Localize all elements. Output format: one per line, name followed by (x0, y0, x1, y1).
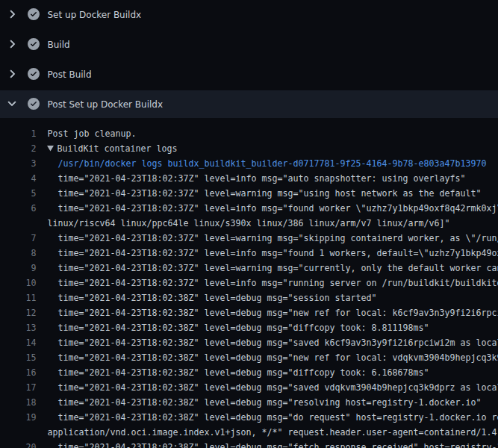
step-header-build[interactable]: Build (0, 30, 498, 60)
line-number[interactable]: 14 (0, 335, 37, 350)
steps-list: Set up Docker BuildxBuildPost BuildPost … (0, 0, 498, 119)
step-status (28, 68, 40, 80)
log-text: Post job cleanup. (48, 126, 137, 141)
log-text: time="2021-04-23T18:02:37Z" level=warnin… (48, 231, 498, 246)
log-text: time="2021-04-23T18:02:38Z" level=debug … (48, 365, 429, 380)
log-text: time="2021-04-23T18:02:37Z" level=info m… (48, 171, 466, 186)
log-text: time="2021-04-23T18:02:38Z" level=debug … (48, 440, 498, 448)
log-row: 18 time="2021-04-23T18:02:38Z" level=deb… (0, 395, 498, 410)
check-circle-icon (28, 38, 40, 50)
log-text: time="2021-04-23T18:02:37Z" level=warnin… (48, 261, 498, 276)
step-label: Post Build (48, 60, 92, 90)
step-status (28, 98, 40, 110)
log-text: time="2021-04-23T18:02:38Z" level=debug … (48, 290, 377, 305)
log-row: 14 time="2021-04-23T18:02:38Z" level=deb… (0, 335, 498, 350)
line-number[interactable]: 4 (0, 171, 37, 186)
chevron-right-icon (6, 8, 18, 20)
log-text: time="2021-04-23T18:02:38Z" level=debug … (48, 395, 482, 410)
step-status (28, 38, 40, 50)
log-group-title[interactable]: BuildKit container logs (48, 141, 178, 156)
log-row: 17 time="2021-04-23T18:02:38Z" level=deb… (0, 380, 498, 395)
line-number[interactable]: 1 (0, 126, 37, 141)
chevron-down-icon (6, 98, 18, 110)
line-number[interactable]: 19 (0, 410, 37, 425)
log-row: 9 time="2021-04-23T18:02:37Z" level=warn… (0, 261, 498, 276)
log-row: 11 time="2021-04-23T18:02:38Z" level=deb… (0, 290, 498, 305)
log-row: 1Post job cleanup. (0, 126, 498, 141)
step-expand-toggle (6, 68, 18, 80)
step-label: Post Set up Docker Buildx (48, 90, 164, 119)
log-text: time="2021-04-23T18:02:38Z" level=debug … (48, 380, 498, 395)
line-number[interactable]: 9 (0, 261, 37, 276)
log-row: 10 time="2021-04-23T18:02:37Z" level=inf… (0, 276, 498, 290)
line-number[interactable]: 7 (0, 231, 37, 246)
log-text: time="2021-04-23T18:02:38Z" level=debug … (48, 335, 498, 350)
line-number[interactable] (0, 216, 37, 231)
check-circle-icon (28, 8, 40, 20)
line-number[interactable]: 6 (0, 201, 37, 216)
step-highlight (0, 31, 498, 58)
log-row: 13 time="2021-04-23T18:02:38Z" level=deb… (0, 320, 498, 335)
log-row: 15 time="2021-04-23T18:02:38Z" level=deb… (0, 350, 498, 365)
log-text: time="2021-04-23T18:02:37Z" level=info m… (48, 246, 498, 261)
line-number[interactable]: 5 (0, 186, 37, 201)
log-row: 3 /usr/bin/docker logs buildx_buildkit_b… (0, 156, 498, 171)
line-number[interactable]: 18 (0, 395, 37, 410)
step-label: Build (48, 30, 70, 60)
log-text: time="2021-04-23T18:02:37Z" level=info m… (48, 201, 498, 216)
log-row: 2BuildKit container logs (0, 141, 498, 156)
line-number[interactable] (0, 425, 37, 440)
line-number[interactable]: 10 (0, 276, 37, 290)
log-row: 19 time="2021-04-23T18:02:38Z" level=deb… (0, 410, 498, 425)
line-number[interactable]: 2 (0, 141, 37, 156)
step-header-post-build[interactable]: Post Build (0, 60, 498, 90)
step-expand-toggle (6, 38, 18, 50)
chevron-right-icon (6, 38, 18, 50)
log-command-text: /usr/bin/docker logs buildx_buildkit_bui… (48, 156, 487, 171)
log-row: 8 time="2021-04-23T18:02:37Z" level=info… (0, 246, 498, 261)
log-row: 12 time="2021-04-23T18:02:38Z" level=deb… (0, 305, 498, 320)
log-row: application/vnd.oci.image.index.v1+json,… (0, 425, 498, 440)
line-number[interactable]: 12 (0, 305, 37, 320)
line-number[interactable]: 8 (0, 246, 37, 261)
line-number[interactable]: 13 (0, 320, 37, 335)
check-circle-icon (28, 98, 40, 110)
log-row: 5 time="2021-04-23T18:02:37Z" level=warn… (0, 186, 498, 201)
log-text: time="2021-04-23T18:02:37Z" level=info m… (48, 276, 498, 290)
log-text: time="2021-04-23T18:02:37Z" level=warnin… (48, 186, 482, 201)
log-text: time="2021-04-23T18:02:38Z" level=debug … (48, 320, 429, 335)
step-header-post-set-up-docker-buildx[interactable]: Post Set up Docker Buildx (0, 90, 498, 119)
step-header-set-up-docker-buildx[interactable]: Set up Docker Buildx (0, 0, 498, 30)
log-row: 6 time="2021-04-23T18:02:37Z" level=info… (0, 201, 498, 216)
line-number[interactable]: 20 (0, 440, 37, 448)
check-circle-icon (28, 68, 40, 80)
log-viewer: 1Post job cleanup.2BuildKit container lo… (0, 126, 498, 448)
line-number[interactable]: 3 (0, 156, 37, 171)
log-text: time="2021-04-23T18:02:38Z" level=debug … (48, 305, 498, 320)
line-number[interactable]: 16 (0, 365, 37, 380)
step-expand-toggle (6, 8, 18, 20)
log-row: 16 time="2021-04-23T18:02:38Z" level=deb… (0, 365, 498, 380)
line-number[interactable]: 17 (0, 380, 37, 395)
chevron-right-icon (6, 68, 18, 80)
line-number[interactable]: 11 (0, 290, 37, 305)
line-number[interactable]: 15 (0, 350, 37, 365)
log-row: 7 time="2021-04-23T18:02:37Z" level=warn… (0, 231, 498, 246)
log-text: time="2021-04-23T18:02:38Z" level=debug … (48, 410, 498, 425)
step-label: Set up Docker Buildx (48, 0, 142, 30)
log-text: time="2021-04-23T18:02:38Z" level=debug … (48, 350, 498, 365)
log-text: application/vnd.oci.image.index.v1+json,… (48, 425, 498, 440)
step-expand-toggle (6, 98, 18, 110)
log-row: linux/riscv64 linux/ppc64le linux/s390x … (0, 216, 498, 231)
log-text: linux/riscv64 linux/ppc64le linux/s390x … (48, 216, 450, 231)
step-status (28, 8, 40, 20)
log-row: 4 time="2021-04-23T18:02:37Z" level=info… (0, 171, 498, 186)
log-row: 20 time="2021-04-23T18:02:38Z" level=deb… (0, 440, 498, 448)
